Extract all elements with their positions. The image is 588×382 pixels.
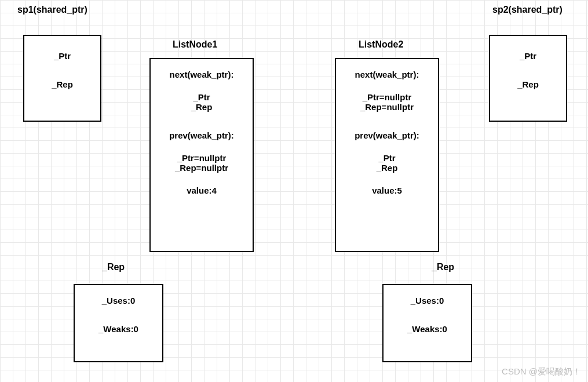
rep1-weaks: _Weaks:0 <box>98 324 138 334</box>
sp2-ptr-field: _Ptr <box>520 51 536 61</box>
rep2-title: _Rep <box>432 262 454 272</box>
sp1-rep-field: _Rep <box>52 79 73 89</box>
sp2-rep-field: _Rep <box>517 79 539 89</box>
sp1-box: _Ptr _Rep <box>23 35 101 122</box>
node2-value: value:5 <box>372 185 402 195</box>
rep2-weaks: _Weaks:0 <box>407 324 447 334</box>
node1-prev-ptr: _Ptr=nullptr <box>177 153 227 163</box>
sp2-box: _Ptr _Rep <box>489 35 567 122</box>
node2-prev-ptr: _Ptr <box>378 153 395 163</box>
listnode1-box: next(weak_ptr): _Ptr _Rep prev(weak_ptr)… <box>149 58 254 252</box>
node1-value: value:4 <box>187 185 217 195</box>
watermark: CSDN @爱喝酸奶！ <box>502 366 581 377</box>
listnode2-box: next(weak_ptr): _Ptr=nullptr _Rep=nullpt… <box>335 58 439 252</box>
rep1-box: _Uses:0 _Weaks:0 <box>74 284 163 362</box>
node2-prev-label: prev(weak_ptr): <box>355 130 419 140</box>
sp2-title: sp2(shared_ptr) <box>492 5 563 15</box>
listnode2-title: ListNode2 <box>359 39 403 50</box>
node2-next-label: next(weak_ptr): <box>355 70 419 79</box>
node1-prev-rep: _Rep=nullptr <box>175 163 228 173</box>
node2-next-rep: _Rep=nullptr <box>360 102 414 112</box>
node2-prev-rep: _Rep <box>377 163 398 173</box>
listnode1-title: ListNode1 <box>173 39 217 50</box>
rep1-uses: _Uses:0 <box>102 296 136 305</box>
rep2-box: _Uses:0 _Weaks:0 <box>382 284 472 362</box>
node1-next-rep: _Rep <box>191 102 213 112</box>
rep2-uses: _Uses:0 <box>411 296 444 305</box>
node1-prev-label: prev(weak_ptr): <box>169 130 234 140</box>
sp1-title: sp1(shared_ptr) <box>17 5 87 15</box>
sp1-ptr-field: _Ptr <box>54 51 71 61</box>
node1-next-label: next(weak_ptr): <box>170 70 234 79</box>
node2-next-ptr: _Ptr=nullptr <box>363 92 412 102</box>
rep1-title: _Rep <box>102 262 125 272</box>
node1-next-ptr: _Ptr <box>193 92 210 102</box>
